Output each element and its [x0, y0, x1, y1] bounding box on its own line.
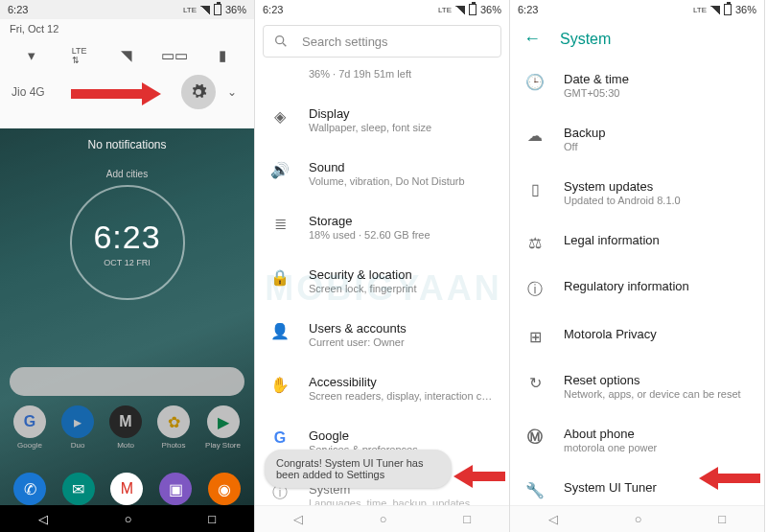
nav-recent[interactable]: □	[718, 512, 726, 526]
display-icon: ◈	[270, 107, 290, 126]
settings-item-security[interactable]: 🔒 Security & locationScreen lock, finger…	[255, 254, 509, 308]
add-cities-label: Add cities	[0, 169, 254, 179]
status-bar: 6:23 LTE 36%	[510, 0, 764, 19]
clock-widget-date: OCT 12 FRI	[104, 258, 150, 267]
nav-bar: ◁ ○ □	[510, 505, 764, 532]
quick-settings-shade: Fri, Oct 12 ▾ LTE⇅ ◥ ▭▭ ▮ Jio 4G ⌄	[0, 19, 254, 128]
dock-messages[interactable]: ✉	[62, 473, 95, 505]
sound-icon: 🔊	[270, 161, 290, 179]
arrow-to-gear	[71, 82, 161, 105]
system-header: ← System	[510, 19, 764, 58]
google-icon: G	[270, 429, 290, 447]
nav-home[interactable]: ○	[125, 512, 132, 526]
nav-recent[interactable]: □	[208, 512, 216, 526]
clock-time: 6:23	[263, 4, 283, 15]
svg-point-0	[276, 36, 284, 44]
system-item-about[interactable]: Ⓜ About phonemotorola one power	[510, 413, 764, 467]
search-icon	[273, 34, 289, 49]
nav-back[interactable]: ◁	[293, 512, 303, 526]
quick-settings-row: ▾ LTE⇅ ◥ ▭▭ ▮	[8, 38, 246, 69]
arrow-to-toast	[453, 465, 505, 488]
cloud-icon: ☁	[525, 127, 545, 145]
nav-recent[interactable]: □	[463, 512, 471, 526]
update-icon: ▯	[525, 180, 545, 198]
battery-icon	[724, 4, 732, 15]
battery-pct: 36%	[735, 4, 756, 15]
nav-home[interactable]: ○	[380, 512, 387, 526]
status-bar: 6:23 LTE 36%	[0, 0, 254, 19]
toast-ui-tuner-added: Congrats! System UI Tuner has been added…	[265, 450, 452, 488]
clock-widget[interactable]: Add cities 6:23 OCT 12 FRI	[0, 169, 254, 300]
info-icon: ⓘ	[525, 280, 545, 300]
search-settings-input[interactable]: Search settings	[263, 25, 501, 58]
data-icon[interactable]: LTE⇅	[68, 44, 91, 67]
panel-system-settings: 6:23 LTE 36% ← System 🕒 Date & timeGMT+0…	[510, 0, 765, 532]
shade-date: Fri, Oct 12	[8, 19, 246, 38]
settings-item-storage[interactable]: ≣ Storage18% used · 52.60 GB free	[255, 200, 509, 254]
reset-icon: ↻	[525, 374, 545, 392]
system-item-regulatory[interactable]: ⓘ Regulatory information	[510, 266, 764, 313]
dock-gallery[interactable]: ▣	[159, 473, 192, 505]
dnd-icon[interactable]: ◥	[115, 44, 138, 67]
signal-icon	[455, 6, 465, 14]
dock-chrome[interactable]: ◉	[208, 473, 241, 505]
lte-indicator: LTE	[438, 6, 452, 14]
battery-pct: 36%	[225, 4, 246, 15]
arrow-to-ui-tuner	[699, 467, 760, 490]
dock-gmail[interactable]: M	[110, 473, 143, 505]
status-bar: 6:23 LTE 36%	[255, 0, 509, 19]
dolby-icon[interactable]: ▭▭	[163, 44, 186, 67]
settings-item-users[interactable]: 👤 Users & accountsCurrent user: Owner	[255, 308, 509, 361]
storage-icon: ≣	[270, 215, 290, 233]
system-item-backup[interactable]: ☁ BackupOff	[510, 112, 764, 166]
system-item-date-time[interactable]: 🕒 Date & timeGMT+05:30	[510, 58, 764, 112]
battery-icon	[214, 4, 221, 15]
battery-sub: 36% · 7d 19h 51m left	[309, 68, 496, 80]
user-icon: 👤	[270, 322, 290, 340]
clock-widget-time: 6:23	[93, 219, 160, 256]
dock-phone[interactable]: ✆	[13, 473, 46, 505]
settings-item-accessibility[interactable]: ✋ AccessibilityScreen readers, display, …	[255, 361, 509, 415]
svg-line-1	[283, 43, 286, 46]
privacy-icon: ⊞	[525, 328, 545, 346]
nav-bar: ◁ ○ □	[255, 505, 509, 532]
dock: ✆ ✉ M ▣ ◉	[0, 473, 254, 505]
wifi-icon[interactable]: ▾	[20, 44, 43, 67]
battery-pct: 36%	[480, 4, 501, 15]
no-notifications-label: No notifications	[0, 128, 254, 151]
settings-gear-button[interactable]	[181, 75, 216, 109]
home-screen: No notifications Add cities 6:23 OCT 12 …	[0, 128, 254, 532]
panel-settings-root: 6:23 LTE 36% Search settings 36% · 7d 19…	[255, 0, 510, 532]
nav-back[interactable]: ◁	[548, 512, 558, 526]
settings-item-sound[interactable]: 🔊 SoundVolume, vibration, Do Not Disturb	[255, 147, 509, 200]
clock-icon: 🕒	[525, 73, 545, 91]
moto-icon: Ⓜ	[525, 428, 545, 448]
panel-notification-shade: 6:23 LTE 36% Fri, Oct 12 ▾ LTE⇅ ◥ ▭▭ ▮ J…	[0, 0, 255, 532]
settings-item-display[interactable]: ◈ DisplayWallpaper, sleep, font size	[255, 93, 509, 147]
accessibility-icon: ✋	[270, 376, 290, 394]
carrier-label: Jio 4G	[12, 85, 45, 99]
nav-back[interactable]: ◁	[38, 512, 48, 526]
system-item-updates[interactable]: ▯ System updatesUpdated to Android 8.1.0	[510, 166, 764, 220]
gear-icon	[190, 83, 207, 101]
clock-time: 6:23	[8, 4, 28, 15]
lte-indicator: LTE	[183, 6, 197, 14]
nav-home[interactable]: ○	[635, 512, 642, 526]
system-item-legal[interactable]: ⚖ Legal information	[510, 220, 764, 266]
back-button[interactable]: ←	[523, 29, 541, 49]
search-placeholder: Search settings	[302, 35, 388, 49]
battery-saver-icon[interactable]: ▮	[211, 44, 234, 67]
lte-indicator: LTE	[693, 6, 707, 14]
page-title: System	[560, 31, 611, 48]
legal-icon: ⚖	[525, 234, 545, 252]
settings-item-battery-partial[interactable]: 36% · 7d 19h 51m left	[255, 63, 509, 93]
system-list: 🕒 Date & timeGMT+05:30 ☁ BackupOff ▯ Sys…	[510, 58, 764, 532]
signal-icon	[710, 6, 720, 14]
expand-icon[interactable]: ⌄	[227, 85, 237, 99]
signal-icon	[200, 6, 210, 14]
system-item-reset[interactable]: ↻ Reset optionsNetwork, apps, or device …	[510, 359, 764, 413]
battery-icon	[469, 4, 476, 15]
system-item-privacy[interactable]: ⊞ Motorola Privacy	[510, 313, 764, 359]
nav-bar: ◁ ○ □	[0, 505, 254, 532]
clock-time: 6:23	[518, 4, 538, 15]
